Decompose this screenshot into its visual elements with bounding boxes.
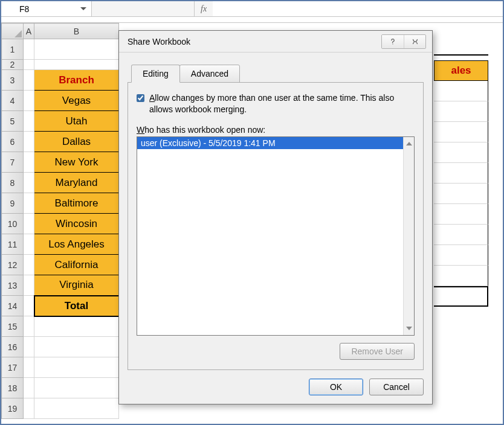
row-header[interactable]: 3	[2, 70, 24, 91]
row-header[interactable]: 13	[2, 275, 24, 296]
cell-data[interactable]: Virginia	[34, 275, 119, 296]
row-header[interactable]: 5	[2, 111, 24, 132]
allow-changes-row: Allow changes by more than one user at t…	[137, 92, 415, 115]
row-header[interactable]: 8	[2, 173, 24, 193]
remove-user-button[interactable]: Remove User	[340, 343, 415, 360]
scrollbar-vertical[interactable]	[403, 137, 414, 335]
row-header[interactable]: 14	[2, 296, 24, 316]
cell[interactable]	[24, 296, 34, 316]
cell[interactable]	[434, 225, 488, 245]
close-button[interactable]	[404, 35, 425, 48]
tab-content-editing: Allow changes by more than one user at t…	[128, 82, 424, 370]
cell-data[interactable]: Dallas	[34, 132, 119, 152]
cell[interactable]	[434, 101, 488, 122]
row-header[interactable]: 4	[2, 91, 24, 111]
cell[interactable]	[34, 316, 119, 337]
cell-data[interactable]: Utah	[34, 111, 119, 132]
cell-data[interactable]: Wincosin	[34, 214, 119, 234]
column-header-b[interactable]: B	[34, 24, 119, 39]
user-list: user (Exclusive) - 5/5/2019 1:41 PM	[137, 136, 415, 336]
cell-data[interactable]: Los Angeles	[34, 234, 119, 255]
cell[interactable]	[434, 81, 488, 101]
row-header[interactable]: 10	[2, 214, 24, 234]
close-icon	[411, 37, 419, 46]
formula-bar: F8 fx	[1, 1, 503, 17]
cell[interactable]	[434, 184, 488, 204]
cell[interactable]	[24, 111, 34, 132]
row-header[interactable]: 16	[2, 337, 24, 357]
row-header[interactable]: 9	[2, 193, 24, 214]
cell[interactable]	[24, 60, 34, 70]
cell[interactable]	[24, 70, 34, 91]
row-header[interactable]: 12	[2, 255, 24, 275]
cell[interactable]	[24, 214, 34, 234]
cell[interactable]	[24, 173, 34, 193]
user-list-inner[interactable]: user (Exclusive) - 5/5/2019 1:41 PM	[137, 137, 403, 335]
ok-button[interactable]: OK	[309, 379, 363, 395]
select-all-corner[interactable]	[2, 24, 24, 39]
cell[interactable]	[24, 378, 34, 398]
tab-editing[interactable]: Editing	[131, 65, 180, 83]
scroll-down-icon[interactable]	[404, 323, 415, 334]
tab-advanced[interactable]: Advanced	[179, 65, 240, 83]
cell[interactable]	[24, 193, 34, 214]
formula-input[interactable]	[213, 1, 503, 16]
cell[interactable]	[24, 275, 34, 296]
help-button[interactable]	[382, 35, 404, 48]
cell-data[interactable]: Vegas	[34, 91, 119, 111]
cell[interactable]	[34, 337, 119, 357]
row-header[interactable]: 19	[2, 398, 24, 419]
row-header[interactable]: 18	[2, 378, 24, 398]
cell-data[interactable]: California	[34, 255, 119, 275]
cell-branch-header[interactable]: Branch	[34, 70, 119, 91]
row-header[interactable]: 17	[2, 357, 24, 378]
cell[interactable]	[34, 378, 119, 398]
cell[interactable]	[24, 398, 34, 419]
cell-sales-header-partial[interactable]: ales	[434, 60, 488, 81]
dialog-titlebar[interactable]: Share Workbook	[119, 31, 432, 53]
cell[interactable]	[24, 152, 34, 173]
cell[interactable]	[24, 91, 34, 111]
cell[interactable]	[24, 39, 34, 60]
scroll-up-icon[interactable]	[404, 138, 415, 149]
cell[interactable]	[434, 266, 488, 286]
row-header[interactable]: 15	[2, 316, 24, 337]
cell-data[interactable]: Baltimore	[34, 193, 119, 214]
cell[interactable]	[434, 122, 488, 142]
fx-icon[interactable]: fx	[195, 4, 213, 14]
grid-table: A B 1 2 3Branch 4Vegas 5Utah 6Dallas 7Ne…	[1, 23, 120, 419]
row-header[interactable]: 2	[2, 60, 24, 70]
allow-changes-checkbox[interactable]	[137, 94, 144, 102]
user-list-item[interactable]: user (Exclusive) - 5/5/2019 1:41 PM	[137, 137, 403, 149]
cancel-button[interactable]: Cancel	[369, 379, 424, 395]
cell[interactable]	[434, 142, 488, 163]
cell[interactable]	[24, 234, 34, 255]
cell[interactable]	[24, 132, 34, 152]
row-header[interactable]: 1	[2, 39, 24, 60]
cell[interactable]	[24, 316, 34, 337]
cell[interactable]	[434, 245, 488, 266]
row-header[interactable]: 11	[2, 234, 24, 255]
cell[interactable]	[34, 60, 119, 70]
cell[interactable]	[24, 357, 34, 378]
cell[interactable]	[34, 357, 119, 378]
row-header[interactable]: 6	[2, 132, 24, 152]
cell[interactable]	[434, 204, 488, 225]
cell-data[interactable]: Maryland	[34, 173, 119, 193]
share-workbook-dialog: Share Workbook Editing Advanced Allow ch…	[118, 30, 433, 404]
cell-total[interactable]: Total	[34, 296, 119, 316]
cell[interactable]	[34, 39, 119, 60]
cell[interactable]	[24, 337, 34, 357]
cell-total-right[interactable]	[434, 286, 488, 307]
cell-data[interactable]: New York	[34, 152, 119, 173]
column-header-a[interactable]: A	[24, 24, 34, 39]
chevron-down-icon[interactable]	[80, 7, 86, 10]
cell[interactable]	[24, 255, 34, 275]
cell[interactable]	[34, 398, 119, 419]
cell[interactable]	[434, 163, 488, 184]
row-header[interactable]: 7	[2, 152, 24, 173]
triangle-icon	[15, 30, 22, 37]
divider	[434, 54, 488, 56]
name-box-value: F8	[19, 4, 29, 14]
name-box[interactable]: F8	[1, 1, 92, 16]
